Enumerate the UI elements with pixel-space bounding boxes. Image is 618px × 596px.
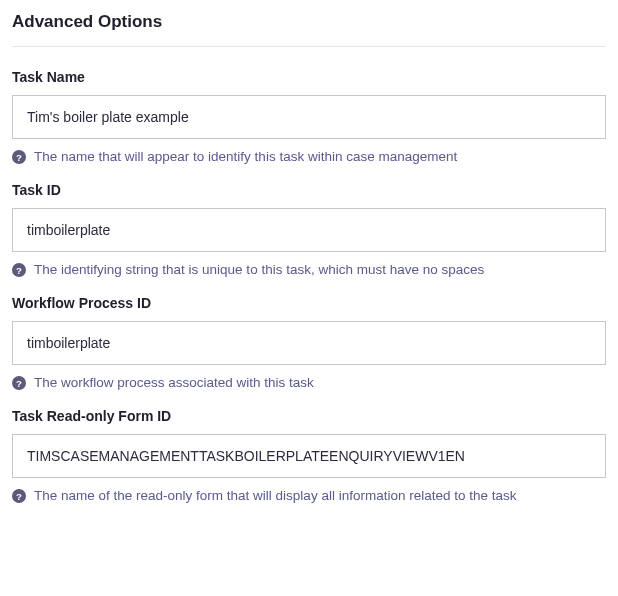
task-readonly-form-id-help-row: ? The name of the read-only form that wi… <box>12 488 606 503</box>
task-readonly-form-id-label: Task Read-only Form ID <box>12 408 606 424</box>
help-icon: ? <box>12 489 26 503</box>
svg-text:?: ? <box>16 151 22 162</box>
task-readonly-form-id-input[interactable] <box>12 434 606 478</box>
task-id-label: Task ID <box>12 182 606 198</box>
task-name-input[interactable] <box>12 95 606 139</box>
task-name-label: Task Name <box>12 69 606 85</box>
field-group-task-name: Task Name ? The name that will appear to… <box>12 69 606 164</box>
task-name-help-text: The name that will appear to identify th… <box>34 149 457 164</box>
task-readonly-form-id-help-text: The name of the read-only form that will… <box>34 488 517 503</box>
field-group-task-readonly-form-id: Task Read-only Form ID ? The name of the… <box>12 408 606 503</box>
svg-text:?: ? <box>16 490 22 501</box>
help-icon: ? <box>12 263 26 277</box>
task-id-help-row: ? The identifying string that is unique … <box>12 262 606 277</box>
section-title: Advanced Options <box>12 12 606 32</box>
task-id-input[interactable] <box>12 208 606 252</box>
help-icon: ? <box>12 376 26 390</box>
svg-text:?: ? <box>16 264 22 275</box>
help-icon: ? <box>12 150 26 164</box>
workflow-process-id-help-row: ? The workflow process associated with t… <box>12 375 606 390</box>
section-divider <box>12 46 606 47</box>
field-group-workflow-process-id: Workflow Process ID ? The workflow proce… <box>12 295 606 390</box>
workflow-process-id-input[interactable] <box>12 321 606 365</box>
workflow-process-id-help-text: The workflow process associated with thi… <box>34 375 314 390</box>
task-name-help-row: ? The name that will appear to identify … <box>12 149 606 164</box>
workflow-process-id-label: Workflow Process ID <box>12 295 606 311</box>
svg-text:?: ? <box>16 377 22 388</box>
task-id-help-text: The identifying string that is unique to… <box>34 262 484 277</box>
field-group-task-id: Task ID ? The identifying string that is… <box>12 182 606 277</box>
